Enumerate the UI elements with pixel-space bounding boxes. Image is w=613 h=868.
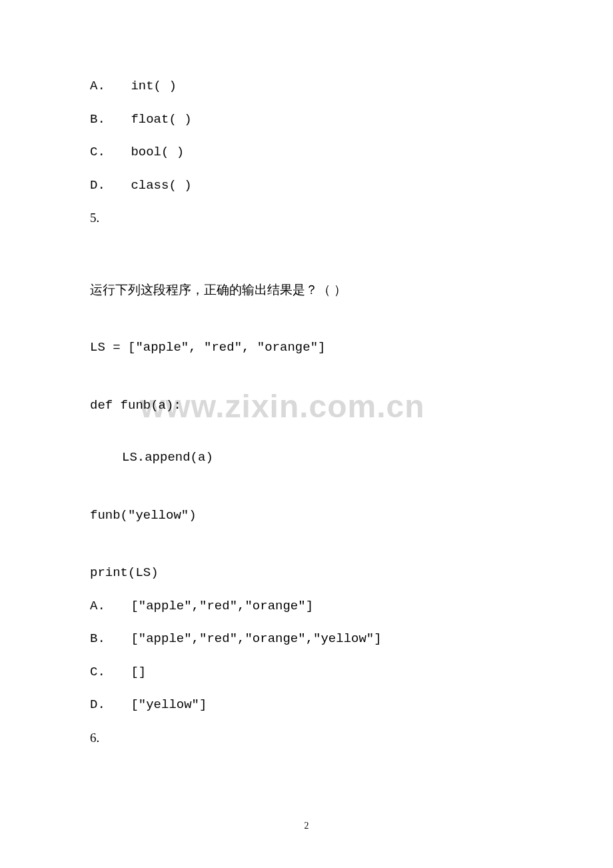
option-4d: D. class( )	[90, 176, 523, 195]
option-value: class( )	[131, 178, 191, 193]
page-number: 2	[0, 821, 613, 831]
option-4a: A. int( )	[90, 77, 523, 96]
option-4b: B. float( )	[90, 110, 523, 129]
code-line-5: print(LS)	[90, 563, 523, 583]
spacer	[90, 525, 523, 563]
option-value: []	[131, 665, 146, 679]
spacer	[90, 467, 523, 506]
code-line-3: LS.append(a)	[90, 448, 523, 467]
option-label: A.	[90, 77, 123, 96]
option-value: ["yellow"]	[131, 697, 207, 712]
option-value: float( )	[131, 112, 191, 127]
option-5d: D. ["yellow"]	[90, 695, 523, 715]
option-value: ["apple","red","orange"]	[131, 599, 313, 613]
option-value: int( )	[131, 79, 176, 93]
option-5a: A. ["apple","red","orange"]	[90, 597, 523, 616]
option-5b: B. ["apple","red","orange","yellow"]	[90, 629, 523, 649]
option-label: C.	[90, 143, 123, 162]
spacer	[90, 242, 523, 281]
question-5-number: 5.	[90, 209, 523, 228]
option-label: A.	[90, 597, 123, 616]
option-label: B.	[90, 110, 123, 129]
option-value: bool( )	[131, 145, 184, 159]
option-4c: C. bool( )	[90, 143, 523, 162]
option-label: B.	[90, 629, 123, 649]
spacer	[90, 299, 523, 338]
question-5-text: 运行下列这段程序，正确的输出结果是？（ ）	[90, 281, 523, 300]
code-line-1: LS = ["apple", "red", "orange"]	[90, 338, 523, 357]
option-label: D.	[90, 695, 123, 715]
code-line-4: funb("yellow")	[90, 506, 523, 525]
spacer	[90, 415, 523, 448]
option-5c: C. []	[90, 663, 523, 682]
option-label: C.	[90, 663, 123, 682]
option-label: D.	[90, 176, 123, 195]
document-content: A. int( ) B. float( ) C. bool( ) D. clas…	[0, 0, 613, 747]
code-line-2: def funb(a):	[90, 396, 523, 415]
question-6-number: 6.	[90, 729, 523, 748]
option-value: ["apple","red","orange","yellow"]	[131, 631, 381, 646]
spacer	[90, 357, 523, 396]
